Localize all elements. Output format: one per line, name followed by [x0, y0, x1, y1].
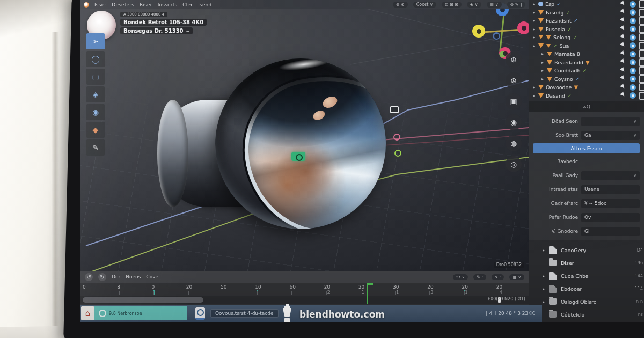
- render-preview-button[interactable]: ◎: [506, 156, 522, 172]
- object-name[interactable]: Oovoodne: [546, 84, 572, 90]
- frame-ruler[interactable]: 0 8 0 20 50 10 60 202 201 301 203 201 20…: [80, 283, 529, 296]
- object-name[interactable]: Coysno: [554, 76, 573, 82]
- asset-row[interactable]: ▸ Ebdooer 114: [529, 282, 644, 295]
- visibility-eye-icon[interactable]: [630, 92, 636, 99]
- object-name[interactable]: Mamata 8: [554, 51, 580, 57]
- object-name[interactable]: Esp: [545, 1, 554, 7]
- annotate-tool-button[interactable]: ◆: [86, 122, 105, 138]
- object-name[interactable]: Sua: [559, 43, 569, 49]
- menu-item[interactable]: Riser: [140, 2, 152, 8]
- visibility-eye-icon[interactable]: [630, 68, 636, 74]
- render-visibility-icon[interactable]: [639, 0, 644, 8]
- visibility-eye-icon[interactable]: [630, 34, 636, 41]
- menu-item[interactable]: Iosserts: [158, 2, 178, 8]
- outliner-row[interactable]: ▸ Oovoodne ▼: [529, 83, 644, 92]
- select-cursor-icon[interactable]: [620, 1, 627, 8]
- proportional-edit-pill[interactable]: ◈ ∨: [467, 2, 481, 8]
- asset-name[interactable]: Diser: [561, 260, 574, 266]
- expand-arrow-icon[interactable]: ▸: [541, 77, 547, 82]
- expand-arrow-icon[interactable]: ▸: [541, 68, 547, 73]
- keyframe-insert-pill[interactable]: ✎ ·: [473, 274, 486, 280]
- expand-arrow-icon[interactable]: ▸: [533, 18, 538, 23]
- timeline-menu-item[interactable]: Cove: [146, 274, 158, 280]
- expand-arrow-icon[interactable]: ▸: [541, 52, 547, 56]
- render-visibility-icon[interactable]: [639, 75, 644, 83]
- menu-item[interactable]: Isend: [198, 2, 211, 8]
- object-name[interactable]: Beaedandd: [554, 60, 583, 65]
- render-visibility-icon[interactable]: [639, 25, 644, 33]
- overlays-pill[interactable]: ▦ ∨: [487, 2, 502, 8]
- gizmo-y-ball[interactable]: [517, 21, 529, 34]
- visibility-eye-icon[interactable]: [630, 26, 636, 32]
- path-handle-green-icon[interactable]: [394, 150, 401, 157]
- object-name[interactable]: Fuzsndsnt: [546, 18, 572, 24]
- object-name[interactable]: Fasndg: [546, 10, 564, 16]
- zoom-button[interactable]: ⊕: [506, 52, 522, 68]
- property-stepper[interactable]: ¥ ∼ 5doc: [581, 199, 640, 208]
- asset-row[interactable]: ▸ Cuoa Chba 144: [529, 269, 644, 282]
- render-visibility-icon[interactable]: [639, 50, 644, 58]
- pan-button[interactable]: ⊛: [506, 72, 522, 89]
- outliner-row[interactable]: ▸ Fasndg ✓: [529, 9, 644, 17]
- visibility-eye-icon[interactable]: [630, 59, 636, 65]
- outliner-row[interactable]: ▸ Cuoddadh ✓: [529, 67, 644, 75]
- select-cursor-icon[interactable]: [620, 75, 627, 83]
- visibility-eye-icon[interactable]: [630, 9, 636, 16]
- measure-tool-button[interactable]: ✎: [86, 139, 105, 156]
- view-pill[interactable]: ▦ ∨: [509, 274, 524, 280]
- expand-arrow-icon[interactable]: ▸: [543, 299, 549, 304]
- perspective-toggle-button[interactable]: ◉: [506, 114, 522, 130]
- property-field[interactable]: Ov: [581, 213, 640, 222]
- property-field[interactable]: ∨: [581, 171, 640, 180]
- timeline-menu-item[interactable]: Der: [112, 274, 120, 280]
- expand-arrow-icon[interactable]: ▸: [543, 274, 549, 278]
- outliner-row[interactable]: ▸ Mamata 8: [529, 50, 644, 58]
- select-cursor-icon[interactable]: [620, 34, 627, 41]
- expand-arrow-icon[interactable]: ▸: [533, 10, 538, 15]
- asset-name[interactable]: Oslogd Oblsro: [561, 299, 597, 305]
- object-name[interactable]: Dasand: [546, 93, 565, 99]
- menu-item[interactable]: Cler: [182, 2, 193, 8]
- gizmo-x-ball[interactable]: [472, 25, 485, 38]
- interpolation-pill[interactable]: ∨ ·: [492, 274, 504, 280]
- render-visibility-icon[interactable]: [639, 58, 644, 67]
- asset-name[interactable]: Cóbtelclo: [561, 312, 584, 318]
- menu-item[interactable]: Deseters: [112, 2, 134, 8]
- asset-row[interactable]: ▸ Diser 196: [529, 256, 644, 269]
- cursor-tool-button[interactable]: ◯: [86, 51, 105, 67]
- asset-name[interactable]: Ebdooer: [561, 286, 582, 292]
- asset-row[interactable]: ▸ CanoGery D4: [529, 244, 644, 256]
- outliner-row[interactable]: ▸ Esp ✓: [529, 0, 644, 9]
- render-visibility-icon[interactable]: [639, 83, 644, 91]
- gizmo-center-ball[interactable]: [493, 32, 500, 40]
- outliner-row[interactable]: ▸ ✓ Sua: [529, 42, 644, 50]
- select-cursor-icon[interactable]: [620, 58, 627, 66]
- visibility-eye-icon[interactable]: [630, 76, 636, 82]
- outliner-row[interactable]: ▸ Coysno ✓: [529, 75, 644, 84]
- render-visibility-icon[interactable]: [639, 9, 644, 17]
- asset-row[interactable]: ▸ Oslogd Oblsro n-n: [529, 295, 644, 308]
- render-visibility-icon[interactable]: [639, 67, 644, 75]
- scale-tool-button[interactable]: ◉: [86, 104, 105, 120]
- render-visibility-icon[interactable]: [639, 17, 644, 25]
- active-task-segment[interactable]: 9.8 Nerbronsoe: [94, 306, 187, 320]
- object-name[interactable]: Cuoddadh: [554, 68, 580, 74]
- keying-pill[interactable]: ⊶ ∨: [453, 274, 468, 280]
- timeline-scrollbar[interactable]: £00(29 N20 ) Ø1): [80, 296, 529, 304]
- timeline-menu-item[interactable]: Noens: [126, 274, 141, 280]
- outliner-row[interactable]: ▸ Selong ✓: [529, 33, 644, 42]
- visibility-eye-icon[interactable]: [630, 84, 636, 91]
- visibility-eye-icon[interactable]: [630, 18, 636, 24]
- visibility-eye-icon[interactable]: [630, 51, 636, 57]
- expand-arrow-icon[interactable]: ▸: [543, 248, 549, 253]
- expand-arrow-icon[interactable]: ▸: [541, 60, 547, 65]
- select-cursor-icon[interactable]: [620, 67, 627, 75]
- home-button[interactable]: ⌂: [81, 306, 94, 320]
- render-visibility-icon[interactable]: [639, 33, 644, 41]
- expand-arrow-icon[interactable]: ▸: [533, 85, 538, 90]
- shading-pill[interactable]: ⊙ ✎ ∥: [507, 2, 526, 8]
- viewport-3d[interactable]: Isser Deseters Riser Iosserts Cler Isend…: [80, 0, 529, 271]
- playhead[interactable]: [367, 284, 368, 304]
- mode-pill[interactable]: ⊕ ⊙: [393, 2, 408, 8]
- scrollbar-thumb[interactable]: [83, 297, 203, 303]
